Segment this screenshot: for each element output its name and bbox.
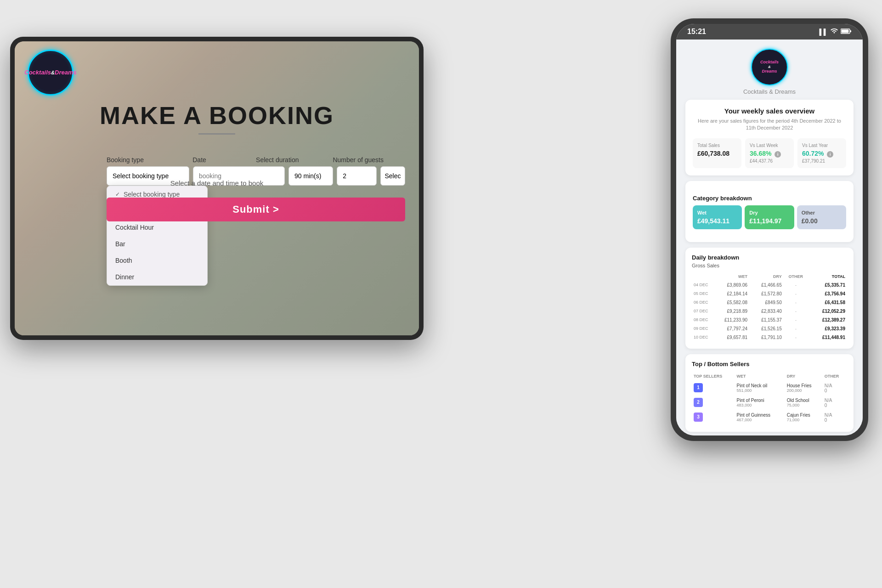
tablet-bg-overlay (15, 41, 419, 335)
logo-circle: Cocktails & Dreams (28, 50, 74, 96)
vs-last-week-prev: £44,437.76 (750, 158, 789, 164)
dropdown-item-bar[interactable]: Bar (107, 236, 207, 252)
wet-seller-num: 467,000 (737, 418, 784, 422)
wet-seller-name: Pint of Peroni (737, 398, 784, 403)
sellers-row: 1 Pint of Neck oil 551,000 House Fries 2… (693, 381, 846, 395)
sales-title: Your weekly sales overview (693, 107, 846, 115)
phone-device: 15:21 ▌▌ (671, 18, 868, 441)
sales-overview-card: Your weekly sales overview Here are your… (685, 100, 854, 175)
booking-title: MAKE A BOOKING (15, 101, 419, 130)
cell-date: 05 DEC (693, 290, 710, 298)
cell-dry: £849.50 (749, 299, 783, 306)
phone-logo-and: & (768, 65, 771, 69)
dropdown-item-booth[interactable]: Booth (107, 252, 207, 269)
cat-dry: Dry £11,194.97 (745, 205, 794, 229)
cat-wet-value: £49,543.11 (697, 217, 737, 225)
total-sales-value: £60,738.08 (697, 150, 737, 157)
phone-logo-area: Cocktails & Dreams Cocktails & Dreams (685, 49, 854, 95)
wet-seller-name: Pint of Guinness (737, 413, 784, 418)
phone-logo-circle: Cocktails & Dreams (751, 49, 788, 85)
wet-seller-num: 551,000 (737, 388, 784, 393)
cell-total: £12,052.29 (809, 307, 846, 315)
col-header-other: OTHER (784, 273, 808, 280)
cell-date: 06 DEC (693, 299, 710, 306)
stats-row: Total Sales £60,738.08 Vs Last Week 36.6… (693, 138, 846, 168)
submit-button[interactable]: Submit > (107, 198, 405, 221)
cell-wet: £3,869.06 (711, 281, 748, 289)
cell-dry: £2,833.40 (749, 307, 783, 315)
cell-wet: £7,797.24 (711, 325, 748, 333)
sellers-title: Top / Bottom Sellers (692, 361, 847, 368)
col-header-total: TOTAL (809, 273, 846, 280)
cell-total: £12,389.27 (809, 316, 846, 324)
top-sellers-card: Top / Bottom Sellers TOP SELLERS WET DRY… (685, 354, 854, 432)
table-row: 08 DEC £11,233.90 £1,155.37 - £12,389.27 (693, 316, 846, 324)
dry-seller-num: 200,000 (787, 388, 822, 393)
vs-last-year-pct: 60.72% i (802, 150, 842, 158)
cell-date: 08 DEC (693, 316, 710, 324)
col-header-wet: WET (711, 273, 748, 280)
vs-last-week-box: Vs Last Week 36.68% i £44,437.76 (745, 138, 794, 168)
cell-total: £11,448.91 (809, 334, 846, 341)
booking-heading: MAKE A BOOKING (15, 101, 419, 138)
signal-icon: ▌▌ (820, 28, 828, 35)
cell-total: £5,335.71 (809, 281, 846, 289)
gross-label: Gross Sales (692, 263, 847, 268)
wet-seller-cell: Pint of Guinness 467,000 (736, 411, 785, 424)
sellers-col-wet: WET (736, 372, 785, 380)
svg-rect-1 (850, 30, 851, 32)
vs-last-year-box: Vs Last Year 60.72% i £37,790.21 (797, 138, 846, 168)
vs-last-week-pct: 36.68% i (750, 150, 789, 158)
cat-other-label: Other (802, 210, 842, 215)
dry-seller-name: Old School (787, 398, 822, 403)
dropdown-label-dinner: Dinner (115, 273, 134, 281)
table-header-row: WET DRY OTHER TOTAL (693, 273, 846, 280)
dropdown-item-cocktail[interactable]: Cocktail Hour (107, 219, 207, 236)
total-sales-box: Total Sales £60,738.08 (693, 138, 741, 168)
dropdown-item-dinner[interactable]: Dinner (107, 269, 207, 285)
daily-table: WET DRY OTHER TOTAL 04 DEC £3,869.06 £1,… (692, 272, 847, 342)
cell-other: - (784, 316, 808, 324)
cell-dry: £1,155.37 (749, 316, 783, 324)
date-time-text: Select a date and time to book (15, 179, 419, 187)
form-labels: Booking type Date Select duration Number… (107, 156, 405, 164)
wet-seller-name: Pint of Neck oil (737, 383, 784, 388)
cell-other: - (784, 299, 808, 306)
table-row: 07 DEC £9,218.89 £2,833.40 - £12,052.29 (693, 307, 846, 315)
label-booking-type: Booking type (107, 156, 188, 164)
heading-divider (198, 133, 235, 135)
table-row: 04 DEC £3,869.06 £1,466.65 - £5,335.71 (693, 281, 846, 289)
sellers-row: 3 Pint of Guinness 467,000 Cajun Fries 7… (693, 411, 846, 424)
info-icon-week[interactable]: i (775, 151, 781, 158)
cell-date: 09 DEC (693, 325, 710, 333)
dropdown-label-select: Select booking type (124, 191, 180, 198)
category-section-header: Category breakdown (693, 195, 846, 202)
rank-cell: 2 (693, 396, 735, 410)
cell-total: £3,756.94 (809, 290, 846, 298)
other-seller-cell: N/A0 (824, 396, 846, 410)
logo-line3: Dreams (55, 69, 77, 76)
sellers-col-rank: TOP SELLERS (693, 372, 735, 380)
sellers-col-other: OTHER (824, 372, 846, 380)
daily-breakdown-title: Daily breakdown (692, 254, 847, 261)
cat-wet-label: Wet (697, 210, 737, 215)
wet-seller-num: 483,000 (737, 403, 784, 407)
sellers-row: 2 Pint of Peroni 483,000 Old School 75,0… (693, 396, 846, 410)
submit-button-area: Submit > (107, 198, 405, 221)
dropdown-label-bar: Bar (115, 240, 125, 248)
cell-total: £6,431.58 (809, 299, 846, 306)
other-seller-cell: N/A0 (824, 411, 846, 424)
status-icons: ▌▌ (820, 28, 852, 35)
dry-seller-cell: Old School 75,000 (786, 396, 823, 410)
cat-other: Other £0.00 (797, 205, 846, 229)
dry-seller-num: 71,000 (787, 418, 822, 422)
sellers-col-dry: DRY (786, 372, 823, 380)
info-icon-year[interactable]: i (827, 151, 833, 158)
cat-other-value: £0.00 (802, 217, 842, 225)
cell-dry: £1,791.10 (749, 334, 783, 341)
cat-dry-value: £11,194.97 (749, 217, 789, 225)
cell-date: 10 DEC (693, 334, 710, 341)
wet-seller-cell: Pint of Neck oil 551,000 (736, 381, 785, 395)
phone-content: Cocktails & Dreams Cocktails & Dreams Yo… (676, 40, 863, 435)
cell-wet: £11,233.90 (711, 316, 748, 324)
